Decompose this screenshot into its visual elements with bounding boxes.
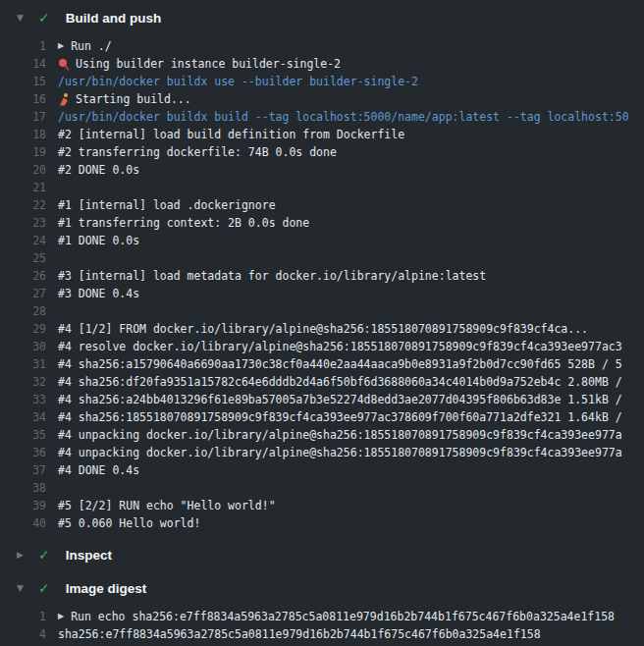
- chevron-right-icon[interactable]: ▶: [17, 551, 27, 560]
- line-number[interactable]: 4: [0, 627, 46, 641]
- section-header-image-digest[interactable]: ▼ ✓ Image digest: [0, 571, 644, 605]
- log-line: 37 #4 DONE 0.4s: [0, 461, 644, 479]
- line-number[interactable]: 15: [0, 75, 46, 88]
- line-number[interactable]: 17: [0, 110, 46, 124]
- run-toggle-icon[interactable]: ▶: [58, 613, 64, 620]
- line-text: #1 transferring context: 2B 0.0s done: [58, 216, 309, 230]
- log-line: 19 #2 transferring dockerfile: 74B 0.0s …: [0, 143, 644, 161]
- line-number[interactable]: 30: [0, 340, 46, 353]
- log-line: 20 #2 DONE 0.0s: [0, 161, 644, 179]
- log-line: 18 #2 [internal] load build definition f…: [0, 126, 644, 143]
- log-line: 1 ▶Run echo sha256:e7ff8834a5963a2785c5a…: [0, 608, 644, 625]
- line-text: #5 0.060 Hello world!: [58, 516, 200, 530]
- line-number[interactable]: 26: [0, 269, 46, 283]
- line-number[interactable]: 14: [0, 57, 46, 71]
- line-number[interactable]: 18: [0, 128, 46, 141]
- line-number[interactable]: 39: [0, 499, 46, 512]
- chevron-down-icon[interactable]: ▼: [17, 584, 27, 593]
- check-success-icon: ✓: [38, 581, 50, 595]
- log-line: 34 #4 sha256:185518070891758909c9f839cf4…: [0, 408, 644, 426]
- line-content: #2 [internal] load build definition from…: [46, 128, 404, 141]
- line-content: #4 unpacking docker.io/library/alpine@sh…: [46, 428, 622, 442]
- line-content: #1 DONE 0.0s: [46, 234, 139, 247]
- log-section-title: Image digest: [66, 581, 147, 596]
- line-text: #1 [internal] load .dockerignore: [58, 198, 276, 212]
- line-number[interactable]: 19: [0, 145, 46, 159]
- line-number[interactable]: 16: [0, 92, 46, 106]
- line-number[interactable]: 40: [0, 516, 46, 530]
- log-line: 32 #4 sha256:df20fa9351a15782c64e6dddb2d…: [0, 373, 644, 391]
- line-content: #1 [internal] load .dockerignore: [46, 198, 276, 212]
- run-toggle-icon[interactable]: ▶: [58, 42, 64, 50]
- line-content: Using builder instance builder-single-2: [46, 57, 341, 71]
- section-header-inspect[interactable]: ▶ ✓ Inspect: [0, 538, 644, 571]
- line-text: Run echo sha256:e7ff8834a5963a2785c5a081…: [71, 610, 615, 623]
- line-number[interactable]: 23: [0, 216, 46, 230]
- line-content: Starting build...: [46, 92, 191, 106]
- log-line: 21: [0, 179, 644, 196]
- line-content: #2 transferring dockerfile: 74B 0.0s don…: [46, 145, 337, 159]
- line-content: #3 [internal] load metadata for docker.i…: [46, 269, 486, 283]
- log-line: 25: [0, 249, 644, 267]
- line-number[interactable]: 29: [0, 322, 46, 336]
- line-number[interactable]: 31: [0, 357, 46, 371]
- log-line: 14 Using builder instance builder-single…: [0, 55, 644, 73]
- line-text: #4 [1/2] FROM docker.io/library/alpine@s…: [58, 322, 588, 336]
- line-number[interactable]: 35: [0, 428, 46, 442]
- log-line: 33 #4 sha256:a24bb4013296f61e89ba57005a7…: [0, 391, 644, 408]
- chevron-down-icon[interactable]: ▼: [17, 14, 27, 23]
- line-content: #2 DONE 0.0s: [46, 163, 139, 177]
- runner-emoji: [58, 93, 71, 106]
- line-number[interactable]: 32: [0, 375, 46, 389]
- line-text: #4 resolve docker.io/library/alpine@sha2…: [58, 340, 622, 353]
- line-number[interactable]: 34: [0, 410, 46, 424]
- line-number[interactable]: 1: [0, 610, 46, 623]
- log-line: 30 #4 resolve docker.io/library/alpine@s…: [0, 338, 644, 355]
- line-content: #5 0.060 Hello world!: [46, 516, 200, 530]
- log-line: 31 #4 sha256:a15790640a6690aa1730c38cf0a…: [0, 355, 644, 373]
- line-text: #4 sha256:a24bb4013296f61e89ba57005a7b3e…: [58, 393, 622, 406]
- line-number[interactable]: 24: [0, 234, 46, 247]
- line-number[interactable]: 37: [0, 463, 46, 477]
- log-section-image-digest: ▼ ✓ Image digest 1 ▶Run echo sha256:e7ff…: [0, 571, 644, 646]
- log-line: 36 #4 unpacking docker.io/library/alpine…: [0, 444, 644, 461]
- log-line: 35 #4 unpacking docker.io/library/alpine…: [0, 426, 644, 444]
- line-number[interactable]: 27: [0, 287, 46, 300]
- line-text: #4 sha256:185518070891758909c9f839cf4ca3…: [58, 410, 622, 424]
- line-number[interactable]: 28: [0, 304, 46, 318]
- line-text: #2 transferring dockerfile: 74B 0.0s don…: [58, 145, 337, 159]
- line-content: #4 resolve docker.io/library/alpine@sha2…: [46, 340, 622, 353]
- section-header-build-and-push[interactable]: ▼ ✓ Build and push: [0, 1, 644, 34]
- log-line: 29 #4 [1/2] FROM docker.io/library/alpin…: [0, 320, 644, 338]
- line-number[interactable]: 20: [0, 163, 46, 177]
- log-line: 22 #1 [internal] load .dockerignore: [0, 196, 644, 214]
- log-line: 24 #1 DONE 0.0s: [0, 232, 644, 249]
- line-text: Run ./: [71, 39, 112, 53]
- line-content: #1 transferring context: 2B 0.0s done: [46, 216, 309, 230]
- line-number[interactable]: 33: [0, 393, 46, 406]
- line-number[interactable]: 38: [0, 481, 46, 495]
- line-text: #4 unpacking docker.io/library/alpine@sh…: [58, 446, 622, 459]
- line-text: #2 DONE 0.0s: [58, 163, 139, 177]
- line-number[interactable]: 36: [0, 446, 46, 459]
- line-text: #4 sha256:df20fa9351a15782c64e6dddb2d4a6…: [58, 375, 622, 389]
- line-content: #5 [2/2] RUN echo "Hello world!": [46, 499, 276, 512]
- line-text: #3 DONE 0.4s: [58, 287, 139, 300]
- line-text: #3 [internal] load metadata for docker.i…: [58, 269, 486, 283]
- line-content: #4 sha256:a24bb4013296f61e89ba57005a7b3e…: [46, 393, 622, 406]
- log-line: 15 /usr/bin/docker buildx use --builder …: [0, 73, 644, 90]
- log-section-build-and-push: ▼ ✓ Build and push 1 ▶Run ./ 14 Using bu…: [0, 1, 644, 538]
- line-text: #2 [internal] load build definition from…: [58, 128, 404, 141]
- line-number[interactable]: 21: [0, 181, 46, 194]
- log-section-inspect: ▶ ✓ Inspect: [0, 538, 644, 571]
- line-text: /usr/bin/docker buildx use --builder bui…: [58, 75, 418, 88]
- line-content: #4 sha256:df20fa9351a15782c64e6dddb2d4a6…: [46, 375, 622, 389]
- line-number[interactable]: 22: [0, 198, 46, 212]
- line-text: #4 sha256:a15790640a6690aa1730c38cf0a440…: [58, 357, 622, 371]
- workflow-log: ▼ ✓ Build and push 1 ▶Run ./ 14 Using bu…: [0, 0, 644, 646]
- line-number[interactable]: 1: [0, 39, 46, 53]
- log-line: 28: [0, 302, 644, 320]
- line-text: #4 unpacking docker.io/library/alpine@sh…: [58, 428, 622, 442]
- line-number[interactable]: 25: [0, 251, 46, 265]
- line-content: ▶Run echo sha256:e7ff8834a5963a2785c5a08…: [46, 610, 615, 623]
